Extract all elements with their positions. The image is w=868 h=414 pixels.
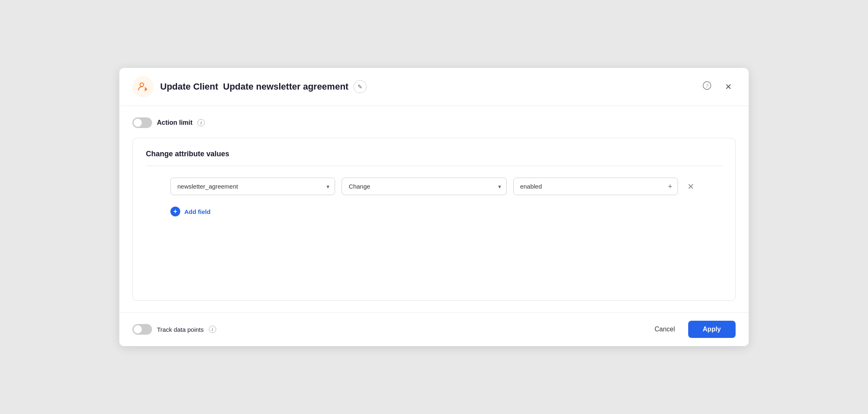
operation-select[interactable]: Change Set Clear Append	[342, 178, 506, 195]
header-titles: Update Client Update newsletter agreemen…	[160, 80, 693, 93]
header-icon	[132, 76, 154, 97]
close-icon: ✕	[725, 82, 732, 92]
value-input-wrap: +	[513, 178, 678, 195]
dialog-body: Action limit i Change attribute values n…	[119, 106, 749, 312]
track-toggle-slider	[132, 324, 152, 335]
header-actions: ? ✕	[700, 79, 736, 94]
card-title: Change attribute values	[146, 150, 722, 158]
change-attribute-card: Change attribute values newsletter_agree…	[132, 138, 736, 301]
add-field-label: Add field	[184, 208, 210, 215]
field-row: newsletter_agreement email phone first_n…	[146, 178, 722, 195]
svg-point-0	[140, 83, 144, 87]
cancel-button[interactable]: Cancel	[647, 322, 683, 337]
help-button[interactable]: ?	[700, 79, 714, 94]
attribute-select[interactable]: newsletter_agreement email phone first_n…	[170, 178, 335, 195]
apply-button[interactable]: Apply	[688, 321, 736, 338]
header-title-sub: Update newsletter agreement	[223, 81, 349, 92]
action-limit-row: Action limit i	[132, 117, 736, 128]
action-limit-toggle[interactable]	[132, 117, 152, 128]
remove-field-button[interactable]: ✕	[685, 180, 698, 193]
remove-icon: ✕	[687, 182, 694, 191]
attribute-select-wrap: newsletter_agreement email phone first_n…	[170, 178, 335, 195]
card-divider	[146, 166, 722, 166]
operation-select-wrap: Change Set Clear Append ▾	[342, 178, 506, 195]
update-client-icon	[137, 81, 149, 92]
dialog: Update Client Update newsletter agreemen…	[119, 68, 749, 346]
action-limit-label: Action limit	[157, 119, 192, 126]
track-data-points-info-icon: i	[209, 326, 216, 333]
add-field-circle-icon: +	[170, 207, 180, 216]
plus-icon[interactable]: +	[668, 182, 672, 191]
action-limit-info-icon: i	[197, 119, 205, 126]
svg-text:?: ?	[706, 83, 709, 89]
track-data-points-label: Track data points	[157, 326, 204, 333]
add-field-button[interactable]: + Add field	[170, 205, 210, 218]
close-button[interactable]: ✕	[721, 79, 736, 94]
edit-icon: ✎	[358, 83, 362, 90]
edit-title-button[interactable]: ✎	[353, 80, 367, 93]
dialog-footer: Track data points i Cancel Apply	[119, 312, 749, 346]
track-data-points-toggle[interactable]	[132, 324, 152, 335]
header-title-main: Update Client	[160, 81, 218, 92]
toggle-slider	[132, 117, 152, 128]
footer-left: Track data points i	[132, 324, 216, 335]
help-icon: ?	[702, 81, 711, 92]
value-input[interactable]	[513, 178, 678, 195]
footer-right: Cancel Apply	[647, 321, 736, 338]
dialog-header: Update Client Update newsletter agreemen…	[119, 68, 749, 106]
add-field-row: + Add field	[146, 205, 722, 218]
